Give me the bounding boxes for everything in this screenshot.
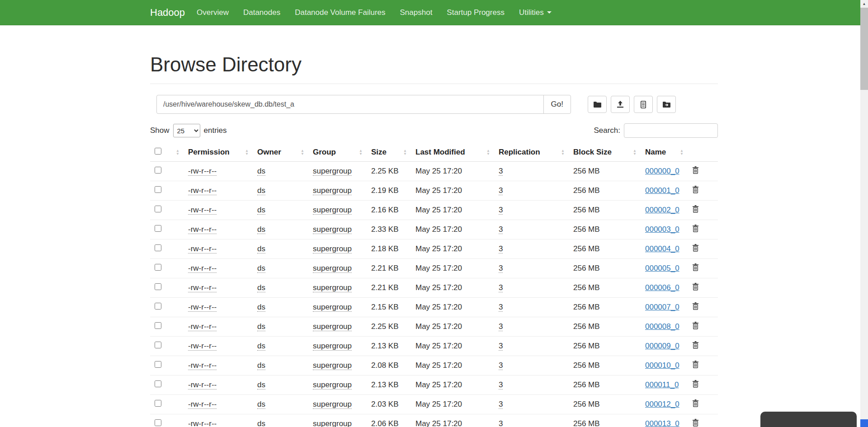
owner-value[interactable]: ds xyxy=(257,361,265,370)
header-select-all[interactable]: ▲▼ xyxy=(150,143,184,162)
owner-value[interactable]: ds xyxy=(257,244,265,253)
nav-item-datanode-volume-failures[interactable]: Datanode Volume Failures xyxy=(288,0,392,25)
owner-value[interactable]: ds xyxy=(257,303,265,312)
trash-icon[interactable] xyxy=(692,283,699,293)
nav-item-startup-progress[interactable]: Startup Progress xyxy=(439,0,512,25)
scrollbar-thumb[interactable] xyxy=(860,8,868,90)
permission-value[interactable]: -rw-r--r-- xyxy=(188,244,217,253)
trash-icon[interactable] xyxy=(692,399,699,409)
permission-value[interactable]: -rw-r--r-- xyxy=(188,361,217,370)
group-value[interactable]: supergroup xyxy=(313,419,352,427)
row-checkbox[interactable] xyxy=(155,167,161,174)
file-name-link[interactable]: 000006_0 xyxy=(645,283,679,292)
row-checkbox[interactable] xyxy=(155,342,161,348)
owner-value[interactable]: ds xyxy=(257,419,265,427)
replication-value[interactable]: 3 xyxy=(499,400,503,409)
row-checkbox[interactable] xyxy=(155,303,161,310)
row-checkbox[interactable] xyxy=(155,206,161,212)
trash-icon[interactable] xyxy=(692,361,699,371)
trash-icon[interactable] xyxy=(692,225,699,235)
row-checkbox[interactable] xyxy=(155,361,161,368)
permission-value[interactable]: -rw-r--r-- xyxy=(188,206,217,215)
permission-value[interactable]: -rw-r--r-- xyxy=(188,186,217,195)
file-name-link[interactable]: 000002_0 xyxy=(645,206,679,214)
row-checkbox[interactable] xyxy=(155,400,161,407)
group-value[interactable]: supergroup xyxy=(313,303,352,312)
replication-value[interactable]: 3 xyxy=(499,380,503,389)
header-size[interactable]: Size▲▼ xyxy=(367,143,411,162)
header-permission[interactable]: Permission▲▼ xyxy=(184,143,253,162)
file-name-link[interactable]: 000001_0 xyxy=(645,186,679,195)
directory-path-input[interactable] xyxy=(156,95,544,114)
row-checkbox[interactable] xyxy=(155,419,161,426)
replication-value[interactable]: 3 xyxy=(499,361,503,370)
permission-value[interactable]: -rw-r--r-- xyxy=(188,167,217,176)
file-name-link[interactable]: 000003_0 xyxy=(645,225,679,234)
move-button[interactable] xyxy=(657,96,676,113)
replication-value[interactable]: 3 xyxy=(499,244,503,253)
replication-value[interactable]: 3 xyxy=(499,264,503,273)
header-group[interactable]: Group▲▼ xyxy=(308,143,367,162)
file-name-link[interactable]: 000004_0 xyxy=(645,244,679,253)
trash-icon[interactable] xyxy=(692,341,699,351)
owner-value[interactable]: ds xyxy=(257,342,265,351)
vertical-scrollbar[interactable]: ▲ xyxy=(860,0,868,427)
replication-value[interactable]: 3 xyxy=(499,303,503,312)
owner-value[interactable]: ds xyxy=(257,167,265,176)
search-input[interactable] xyxy=(624,123,718,138)
replication-value[interactable]: 3 xyxy=(499,167,503,176)
select-all-checkbox[interactable] xyxy=(155,148,161,155)
row-checkbox[interactable] xyxy=(155,264,161,271)
header-block-size[interactable]: Block Size▲▼ xyxy=(569,143,641,162)
row-checkbox[interactable] xyxy=(155,380,161,387)
file-name-link[interactable]: 000000_0 xyxy=(645,167,679,175)
scrollbar-down-button[interactable] xyxy=(860,419,868,427)
row-checkbox[interactable] xyxy=(155,186,161,193)
group-value[interactable]: supergroup xyxy=(313,342,352,351)
owner-value[interactable]: ds xyxy=(257,400,265,409)
go-button[interactable]: Go! xyxy=(543,95,571,114)
file-name-link[interactable]: 000007_0 xyxy=(645,303,679,311)
brand-link[interactable]: Hadoop xyxy=(150,0,185,25)
row-checkbox[interactable] xyxy=(155,225,161,232)
owner-value[interactable]: ds xyxy=(257,380,265,389)
nav-item-snapshot[interactable]: Snapshot xyxy=(393,0,440,25)
trash-icon[interactable] xyxy=(692,244,699,254)
row-checkbox[interactable] xyxy=(155,244,161,251)
trash-icon[interactable] xyxy=(692,419,699,427)
group-value[interactable]: supergroup xyxy=(313,322,352,331)
owner-value[interactable]: ds xyxy=(257,206,265,215)
trash-icon[interactable] xyxy=(692,380,699,390)
page-size-select[interactable]: 25 xyxy=(173,124,200,137)
group-value[interactable]: supergroup xyxy=(313,264,352,273)
group-value[interactable]: supergroup xyxy=(313,283,352,292)
nav-item-datanodes[interactable]: Datanodes xyxy=(236,0,288,25)
header-last-modified[interactable]: Last Modified▲▼ xyxy=(411,143,494,162)
owner-value[interactable]: ds xyxy=(257,225,265,234)
replication-value[interactable]: 3 xyxy=(499,206,503,215)
paste-button[interactable] xyxy=(634,96,653,113)
replication-value[interactable]: 3 xyxy=(499,342,503,351)
owner-value[interactable]: ds xyxy=(257,322,265,331)
group-value[interactable]: supergroup xyxy=(313,167,352,176)
group-value[interactable]: supergroup xyxy=(313,225,352,234)
group-value[interactable]: supergroup xyxy=(313,361,352,370)
trash-icon[interactable] xyxy=(692,166,699,176)
permission-value[interactable]: -rw-r--r-- xyxy=(188,283,217,292)
group-value[interactable]: supergroup xyxy=(313,400,352,409)
group-value[interactable]: supergroup xyxy=(313,206,352,215)
permission-value[interactable]: -rw-r--r-- xyxy=(188,419,217,427)
permission-value[interactable]: -rw-r--r-- xyxy=(188,303,217,312)
create-directory-button[interactable] xyxy=(588,96,607,113)
permission-value[interactable]: -rw-r--r-- xyxy=(188,264,217,273)
group-value[interactable]: supergroup xyxy=(313,244,352,253)
trash-icon[interactable] xyxy=(692,322,699,332)
row-checkbox[interactable] xyxy=(155,283,161,290)
file-name-link[interactable]: 000012_0 xyxy=(645,400,679,408)
nav-item-utilities[interactable]: Utilities xyxy=(512,0,559,25)
trash-icon[interactable] xyxy=(692,302,699,312)
upload-file-button[interactable] xyxy=(611,96,630,113)
file-name-link[interactable]: 000010_0 xyxy=(645,361,679,370)
header-replication[interactable]: Replication▲▼ xyxy=(494,143,569,162)
header-owner[interactable]: Owner▲▼ xyxy=(253,143,308,162)
